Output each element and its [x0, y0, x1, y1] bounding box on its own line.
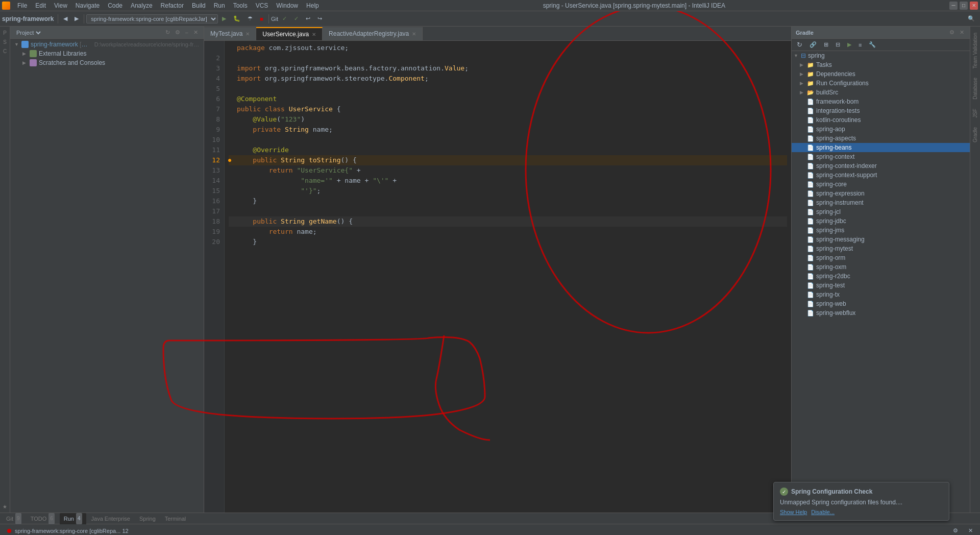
coverage-button[interactable]: ☂	[244, 14, 256, 23]
menu-item-file[interactable]: File	[13, 0, 31, 11]
gradle-item-spring-instrument[interactable]: 📄 spring-instrument	[792, 198, 970, 207]
menu-item-view[interactable]: View	[50, 0, 71, 11]
gradle-settings-icon[interactable]: ⚙	[948, 29, 956, 36]
collapse-icon[interactable]: −	[184, 29, 190, 36]
tree-item-external-libs[interactable]: ▶ External Libraries	[10, 49, 204, 58]
gradle-item-spring-jcl[interactable]: 📄 spring-jcl	[792, 207, 970, 216]
tab-mytest[interactable]: MyTest.java ✕	[204, 27, 256, 40]
commit-icon[interactable]: C	[1, 47, 9, 55]
menu-item-run[interactable]: Run	[210, 0, 229, 11]
stop-button[interactable]: ■	[257, 15, 266, 23]
code-editor[interactable]: 2 3 4 5 6 7 8 9 10 11 12 13 14 15 16 17 …	[204, 41, 791, 513]
structure-icon[interactable]: S	[1, 38, 9, 46]
gradle-item-dependencies[interactable]: ▶ 📁 Dependencies	[792, 69, 970, 79]
tree-item-scratches[interactable]: ▶ Scratches and Consoles	[10, 58, 204, 67]
menu-item-analyze[interactable]: Analyze	[127, 0, 157, 11]
tab-userservice-close[interactable]: ✕	[312, 32, 316, 37]
gradle-item-integration-tests[interactable]: 📄 integration-tests	[792, 106, 970, 115]
menu-item-edit[interactable]: Edit	[31, 0, 50, 11]
gradle-item-spring-web[interactable]: 📄 spring-web	[792, 299, 970, 308]
gradle-item-spring-orm[interactable]: 📄 spring-orm	[792, 253, 970, 262]
scp-show-help-link[interactable]: Show Help	[780, 509, 807, 515]
gradle-wrench-button[interactable]: 🔧	[866, 40, 879, 50]
tab-java-enterprise[interactable]: Java Enterprise	[87, 513, 134, 524]
gradle-filter-button[interactable]: ≡	[855, 40, 865, 50]
run-tab-main[interactable]: spring-framework:spring-core [cglibRepa.…	[4, 524, 132, 536]
gradle-item-spring-webflux[interactable]: 📄 spring-webflux	[792, 308, 970, 318]
gradle-item-run-configs[interactable]: ▶ 📁 Run Configurations	[792, 79, 970, 88]
gradle-item-spring-oxm[interactable]: 📄 spring-oxm	[792, 262, 970, 272]
tab-git[interactable]: Git 9	[2, 513, 26, 524]
tree-item-root[interactable]: ▼ spring-framework [spring] D:\workplace…	[10, 40, 204, 49]
rs-database[interactable]: Database	[971, 74, 979, 104]
code-content[interactable]: package com.zjssout.service; import org.…	[225, 41, 791, 513]
run-settings-button[interactable]: ⚙	[950, 526, 961, 535]
gradle-item-kotlin-coroutines[interactable]: 📄 kotlin-coroutines	[792, 115, 970, 125]
debug-button[interactable]: 🐛	[230, 14, 243, 23]
git-check-button[interactable]: ✓	[279, 14, 290, 23]
gradle-item-spring-tx[interactable]: 📄 spring-tx	[792, 290, 970, 299]
project-sidebar-icon[interactable]: P	[1, 29, 9, 37]
tab-mytest-close[interactable]: ✕	[246, 31, 250, 37]
menu-item-code[interactable]: Code	[104, 0, 127, 11]
gradle-link-button[interactable]: 🔗	[806, 40, 820, 50]
gradle-item-spring-messaging[interactable]: 📄 spring-messaging	[792, 235, 970, 244]
gradle-item-spring-jdbc[interactable]: 📄 spring-jdbc	[792, 216, 970, 226]
gradle-item-spring-beans[interactable]: 📄 spring-beans	[792, 143, 970, 152]
menu-item-help[interactable]: Help	[302, 0, 323, 11]
gradle-expand-button[interactable]: ⊞	[821, 40, 831, 50]
menu-item-refactor[interactable]: Refactor	[157, 0, 188, 11]
menu-item-navigate[interactable]: Navigate	[71, 0, 104, 11]
sync-icon[interactable]: ↻	[164, 29, 172, 36]
back-button[interactable]: ◀	[60, 14, 70, 23]
scp-disable-link[interactable]: Disable...	[811, 509, 835, 515]
gradle-item-tasks[interactable]: ▶ 📁 Tasks	[792, 60, 970, 69]
menu-item-vcs[interactable]: VCS	[252, 0, 273, 11]
rs-team-validation[interactable]: Team Validation	[971, 29, 979, 72]
gradle-item-framework-bom[interactable]: 📄 framework-bom	[792, 97, 970, 106]
gradle-item-buildsrc[interactable]: ▶ 📂 buildSrc	[792, 88, 970, 97]
gradle-item-root[interactable]: ▼ ⊟ spring	[792, 51, 970, 60]
menu-item-tools[interactable]: Tools	[229, 0, 252, 11]
menu-item-build[interactable]: Build	[188, 0, 210, 11]
tab-reactiveadapter[interactable]: ReactiveAdapterRegistry.java ✕	[323, 27, 423, 40]
menu-item-window[interactable]: Window	[272, 0, 302, 11]
gradle-item-spring-aspects[interactable]: 📄 spring-aspects	[792, 134, 970, 143]
gradle-item-spring-test[interactable]: 📄 spring-test	[792, 281, 970, 290]
tab-terminal[interactable]: Terminal	[161, 513, 190, 524]
close-panel-icon[interactable]: ✕	[192, 29, 200, 36]
gradle-item-spring-r2dbc[interactable]: 📄 spring-r2dbc	[792, 272, 970, 281]
gradle-item-spring-jms[interactable]: 📄 spring-jms	[792, 226, 970, 235]
project-view-dropdown[interactable]: Project	[14, 29, 42, 36]
git-check2-button[interactable]: ✓	[291, 14, 302, 23]
settings-icon[interactable]: ⚙	[174, 29, 182, 36]
gradle-item-spring-context-support[interactable]: 📄 spring-context-support	[792, 171, 970, 180]
run-close-button[interactable]: ✕	[965, 526, 976, 535]
tab-todo[interactable]: TODO 6	[27, 513, 59, 524]
gradle-refresh-button[interactable]: ↻	[794, 40, 805, 50]
rs-gradle[interactable]: Gradle	[971, 123, 979, 147]
run-button[interactable]: ▶	[219, 14, 229, 23]
redo-button[interactable]: ↪	[314, 14, 325, 23]
minimize-button[interactable]: ─	[949, 2, 958, 10]
gradle-item-spring-expression[interactable]: 📄 spring-expression	[792, 189, 970, 198]
gradle-item-spring-core[interactable]: 📄 spring-core	[792, 180, 970, 189]
close-button[interactable]: ✕	[970, 2, 978, 10]
run-config-dropdown[interactable]: spring-framework:spring-core [cglibRepac…	[86, 14, 218, 23]
undo-button[interactable]: ↩	[303, 14, 313, 23]
tab-reactiveadapter-close[interactable]: ✕	[412, 31, 416, 37]
gradle-item-spring-aop[interactable]: 📄 spring-aop	[792, 125, 970, 134]
search-button[interactable]: 🔍	[965, 14, 978, 23]
gradle-run-button[interactable]: ▶	[844, 40, 854, 50]
gradle-item-spring-context-indexer[interactable]: 📄 spring-context-indexer	[792, 161, 970, 171]
tab-spring[interactable]: Spring	[135, 513, 160, 524]
maximize-button[interactable]: □	[960, 2, 968, 10]
tab-run[interactable]: Run 4	[60, 513, 86, 524]
gradle-collapse-button[interactable]: ⊟	[832, 40, 843, 50]
tab-userservice[interactable]: UserService.java ✕	[256, 27, 323, 40]
rs-jsf[interactable]: JSF	[971, 105, 979, 122]
gradle-close-icon[interactable]: ✕	[958, 29, 966, 36]
gradle-item-spring-context[interactable]: 📄 spring-context	[792, 152, 970, 161]
favorites-icon[interactable]: ★	[1, 502, 9, 510]
gradle-item-spring-mytest[interactable]: 📄 spring-mytest	[792, 244, 970, 253]
